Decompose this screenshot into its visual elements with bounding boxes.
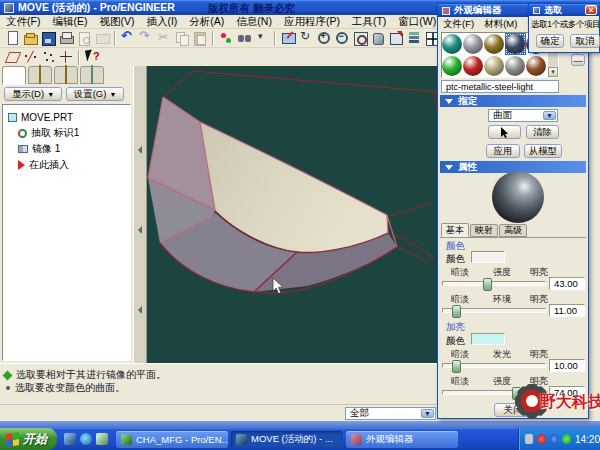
tab-advanced[interactable]: 高级 (499, 224, 527, 237)
datum-csys-icon[interactable] (58, 49, 75, 65)
section-collapse-icon[interactable] (445, 165, 453, 170)
regenerate-icon[interactable] (218, 30, 235, 46)
spin-icon[interactable] (298, 30, 315, 46)
shine-value-field[interactable]: 10.00 (549, 359, 585, 372)
menu-insert[interactable]: 插入(I) (140, 14, 183, 30)
print-preview-icon[interactable] (76, 30, 93, 46)
menu-applications[interactable]: 应用程序(P) (278, 14, 346, 30)
scroll-down-button[interactable]: ▼ (548, 67, 558, 77)
collapse-arrow-icon[interactable] (138, 226, 142, 234)
more-icon[interactable] (254, 30, 271, 46)
ae-menu-material[interactable]: 材料(M) (484, 18, 517, 30)
start-button[interactable]: 开始 (0, 428, 57, 450)
close-icon[interactable]: ✕ (585, 5, 597, 15)
menu-info[interactable]: 信息(N) (230, 14, 278, 30)
datum-point-icon[interactable] (40, 49, 57, 65)
collapse-arrow-icon[interactable] (138, 146, 142, 154)
menu-view[interactable]: 视图(V) (93, 14, 140, 30)
ok-button[interactable]: 确定 (536, 34, 564, 48)
undo-icon[interactable] (120, 30, 137, 46)
tab-model-tree[interactable] (2, 66, 26, 85)
shine-slider-thumb[interactable] (452, 360, 461, 373)
highlight-color-swatch[interactable] (471, 333, 505, 345)
redo-icon[interactable] (138, 30, 155, 46)
save-icon[interactable] (40, 30, 57, 46)
zoom-out-icon[interactable] (334, 30, 351, 46)
color-swatch[interactable] (471, 251, 505, 263)
copy-icon[interactable] (174, 30, 191, 46)
pick-surfaces-button[interactable] (488, 125, 521, 139)
section-collapse-icon[interactable] (445, 99, 453, 104)
intensity-value-field[interactable]: 43.00 (549, 277, 585, 290)
layers-icon[interactable] (406, 30, 423, 46)
select-dialog-titlebar[interactable]: 选取 ✕ (529, 4, 599, 16)
select-help-icon[interactable] (84, 49, 101, 65)
palette-sphere[interactable] (526, 55, 547, 77)
palette-sphere[interactable] (505, 33, 526, 55)
clear-button[interactable]: 清除 (526, 125, 559, 139)
3d-model-canvas[interactable] (147, 66, 437, 363)
datum-axis-icon[interactable] (22, 49, 39, 65)
quick-launch-icon[interactable] (80, 433, 92, 445)
palette-sphere[interactable] (463, 33, 484, 55)
refit-icon[interactable] (352, 30, 369, 46)
tree-row[interactable]: 镜像 1 (18, 142, 60, 156)
tray-icon[interactable] (537, 434, 545, 444)
tab-favorites[interactable] (54, 66, 78, 84)
assign-section-header[interactable]: 指定 (440, 95, 586, 107)
palette-sphere[interactable] (442, 55, 463, 77)
chevron-down-icon[interactable]: ▼ (543, 111, 556, 120)
from-model-button[interactable]: 从模型 (524, 144, 562, 158)
taskbar-button[interactable]: CHA_MFG - Pro/EN... (116, 431, 228, 448)
paste-icon[interactable] (192, 30, 209, 46)
remove-appearance-button[interactable]: — (571, 54, 585, 66)
find-icon[interactable] (236, 30, 253, 46)
apply-button[interactable]: 应用 (486, 144, 520, 158)
cut-icon[interactable] (156, 30, 173, 46)
datum-plane-icon[interactable] (4, 49, 21, 65)
menu-analysis[interactable]: 分析(A) (183, 14, 230, 30)
send-icon[interactable] (94, 30, 111, 46)
cancel-button[interactable]: 取消 (570, 34, 600, 48)
quick-launch-icon[interactable] (96, 433, 108, 445)
assign-scope-dropdown[interactable]: 曲面 ▼ (488, 109, 558, 122)
intensity-slider-thumb[interactable] (483, 278, 492, 291)
open-icon[interactable] (22, 30, 39, 46)
clock[interactable]: 14:20 (575, 434, 600, 445)
datum-curve[interactable] (397, 247, 429, 264)
ambient-slider-thumb[interactable] (452, 305, 461, 318)
menu-window[interactable]: 窗口(W) (392, 14, 442, 30)
print-icon[interactable] (58, 30, 75, 46)
palette-sphere[interactable] (484, 55, 505, 77)
new-file-icon[interactable] (4, 30, 21, 46)
repaint-icon[interactable] (280, 30, 297, 46)
menu-edit[interactable]: 编辑(E) (46, 14, 93, 30)
datum-curve[interactable] (390, 203, 432, 216)
collapse-arrow-icon[interactable] (138, 306, 142, 314)
menu-file[interactable]: 文件(F) (0, 14, 46, 30)
navigator-splitter[interactable] (133, 66, 147, 363)
taskbar-button-active[interactable]: MOVE (活动的) - ... (231, 431, 343, 448)
zoom-in-icon[interactable] (316, 30, 333, 46)
ae-menu-file[interactable]: 文件(F) (443, 18, 474, 30)
taskbar-button[interactable]: 外观编辑器 (346, 431, 458, 448)
tree-row-root[interactable]: MOVE.PRT (8, 110, 73, 124)
palette-sphere[interactable] (484, 33, 505, 55)
chevron-down-icon[interactable]: ▼ (421, 409, 434, 418)
settings-dropdown-button[interactable]: 设置(G)▼ (66, 87, 124, 101)
quick-launch-icon[interactable] (64, 433, 76, 445)
graphics-area[interactable] (147, 66, 437, 363)
tray-icon[interactable] (525, 434, 533, 444)
menu-tools[interactable]: 工具(T) (346, 14, 392, 30)
ambient-value-field[interactable]: 11.00 (549, 304, 585, 317)
material-name-field[interactable]: ptc-metallic-steel-light (441, 80, 559, 93)
tab-basic[interactable]: 基本 (441, 223, 469, 237)
tab-connections[interactable] (80, 66, 104, 84)
intensity-slider[interactable] (442, 281, 546, 286)
tab-folder-browser[interactable] (28, 66, 52, 84)
show-dropdown-button[interactable]: 显示(D)▼ (4, 87, 62, 101)
tree-row[interactable]: 在此插入 (18, 158, 69, 172)
selection-filter-dropdown[interactable]: 全部 ▼ (345, 407, 436, 420)
orient-icon[interactable] (370, 30, 387, 46)
tree-row[interactable]: 抽取 标识1 (18, 126, 79, 140)
